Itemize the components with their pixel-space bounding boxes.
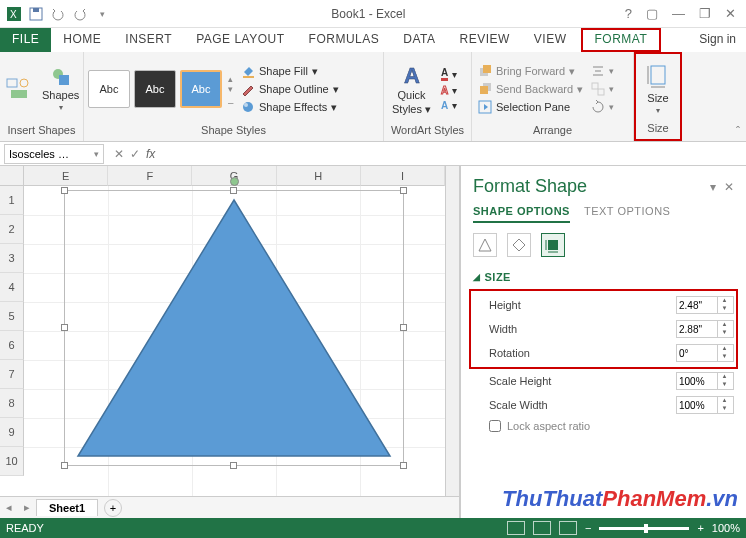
formula-input[interactable]	[167, 144, 746, 164]
row-header[interactable]: 2	[0, 215, 24, 244]
tab-file[interactable]: FILE	[0, 28, 51, 52]
rotate-button[interactable]: ▾	[589, 99, 616, 115]
col-header[interactable]: F	[108, 166, 192, 186]
tab-view[interactable]: VIEW	[522, 28, 579, 52]
resize-handle[interactable]	[230, 462, 237, 469]
shapes-gallery[interactable]	[4, 78, 34, 100]
name-box[interactable]: Isosceles …▾	[4, 144, 104, 164]
excel-app-icon[interactable]: X	[4, 4, 24, 24]
row-header[interactable]: 1	[0, 186, 24, 215]
ribbon-display-button[interactable]: ▢	[642, 4, 662, 23]
vertical-scrollbar[interactable]	[445, 186, 459, 496]
zoom-in-button[interactable]: +	[697, 522, 703, 534]
lock-aspect-checkbox[interactable]	[489, 420, 501, 432]
size-properties-icon[interactable]	[541, 233, 565, 257]
tab-format[interactable]: FORMAT	[581, 28, 662, 52]
sheet-nav-prev[interactable]: ◂	[0, 501, 18, 514]
col-header[interactable]: I	[361, 166, 445, 186]
select-all-corner[interactable]	[0, 166, 24, 186]
effects-icon[interactable]	[507, 233, 531, 257]
zoom-out-button[interactable]: −	[585, 522, 591, 534]
resize-handle[interactable]	[61, 462, 68, 469]
pane-tab-shape-options[interactable]: SHAPE OPTIONS	[473, 205, 570, 223]
rotation-input[interactable]: ▲▼	[676, 344, 734, 362]
width-input[interactable]: ▲▼	[676, 320, 734, 338]
size-button[interactable]: Size ▾	[643, 62, 673, 117]
close-button[interactable]: ✕	[721, 4, 740, 23]
align-button[interactable]: ▾	[589, 63, 616, 79]
zoom-level[interactable]: 100%	[712, 522, 740, 534]
formula-enter-icon[interactable]: ✓	[130, 147, 140, 161]
send-backward-button[interactable]: Send Backward ▾	[476, 81, 585, 97]
row-header[interactable]: 9	[0, 418, 24, 447]
group-label-wordart: WordArt Styles	[388, 124, 467, 139]
resize-handle[interactable]	[230, 187, 237, 194]
col-header[interactable]: H	[277, 166, 361, 186]
row-header[interactable]: 4	[0, 273, 24, 302]
bring-forward-button[interactable]: Bring Forward ▾	[476, 63, 585, 79]
undo-icon[interactable]	[48, 4, 68, 24]
help-button[interactable]: ?	[621, 4, 636, 23]
fill-line-icon[interactable]	[473, 233, 497, 257]
tab-data[interactable]: DATA	[391, 28, 447, 52]
selection-pane-button[interactable]: Selection Pane	[476, 99, 585, 115]
rotate-handle[interactable]	[230, 177, 239, 186]
row-header[interactable]: 6	[0, 331, 24, 360]
resize-handle[interactable]	[400, 462, 407, 469]
resize-handle[interactable]	[61, 324, 68, 331]
col-header[interactable]: E	[24, 166, 108, 186]
row-header[interactable]: 5	[0, 302, 24, 331]
page-layout-view-button[interactable]	[533, 521, 551, 535]
resize-handle[interactable]	[61, 187, 68, 194]
pane-dropdown-icon[interactable]: ▾	[710, 180, 716, 194]
save-icon[interactable]	[26, 4, 46, 24]
collapse-ribbon-icon[interactable]: ˆ	[736, 125, 740, 139]
tab-pagelayout[interactable]: PAGE LAYOUT	[184, 28, 296, 52]
tab-home[interactable]: HOME	[51, 28, 113, 52]
zoom-slider[interactable]	[599, 527, 689, 530]
quick-styles-button[interactable]: A Quick Styles ▾	[388, 61, 435, 118]
text-effects-button[interactable]: A ▾	[439, 99, 459, 112]
size-section-header[interactable]: ◢SIZE	[473, 271, 734, 283]
resize-handle[interactable]	[400, 324, 407, 331]
redo-icon[interactable]	[70, 4, 90, 24]
scale-width-input[interactable]: ▲▼	[676, 396, 734, 414]
isosceles-triangle-shape[interactable]	[74, 198, 394, 460]
shape-effects-button[interactable]: Shape Effects ▾	[239, 99, 341, 115]
text-fill-button[interactable]: A ▾	[439, 66, 459, 82]
sheet-nav-next[interactable]: ▸	[18, 501, 36, 514]
sign-in-link[interactable]: Sign in	[689, 28, 746, 52]
row-header[interactable]: 7	[0, 360, 24, 389]
page-break-view-button[interactable]	[559, 521, 577, 535]
restore-button[interactable]: ❐	[695, 4, 715, 23]
fx-icon[interactable]: fx	[146, 147, 161, 161]
tab-formulas[interactable]: FORMULAS	[297, 28, 392, 52]
style-preset-2[interactable]: Abc	[134, 70, 176, 108]
cell-grid[interactable]	[24, 186, 445, 496]
pane-tab-text-options[interactable]: TEXT OPTIONS	[584, 205, 670, 223]
pane-close-icon[interactable]: ✕	[724, 180, 734, 194]
normal-view-button[interactable]	[507, 521, 525, 535]
height-input[interactable]: ▲▼	[676, 296, 734, 314]
tab-insert[interactable]: INSERT	[113, 28, 184, 52]
new-sheet-button[interactable]: +	[104, 499, 122, 517]
row-header[interactable]: 10	[0, 447, 24, 476]
style-preset-1[interactable]: Abc	[88, 70, 130, 108]
row-header[interactable]: 3	[0, 244, 24, 273]
style-preset-3[interactable]: Abc	[180, 70, 222, 108]
group-button[interactable]: ▾	[589, 81, 616, 97]
tab-review[interactable]: REVIEW	[447, 28, 521, 52]
sheet-tab-sheet1[interactable]: Sheet1	[36, 499, 98, 516]
shape-outline-button[interactable]: Shape Outline ▾	[239, 81, 341, 97]
formula-cancel-icon[interactable]: ✕	[114, 147, 124, 161]
resize-handle[interactable]	[400, 187, 407, 194]
row-header[interactable]: 8	[0, 389, 24, 418]
qat-dropdown-icon[interactable]: ▾	[92, 4, 112, 24]
style-gallery-more[interactable]: ▴▾⎯	[226, 74, 235, 104]
minimize-button[interactable]: —	[668, 4, 689, 23]
shapes-button[interactable]: Shapes ▾	[38, 65, 83, 114]
text-outline-button[interactable]: A ▾	[439, 84, 459, 97]
shape-fill-button[interactable]: Shape Fill ▾	[239, 63, 341, 79]
svg-marker-28	[513, 239, 525, 251]
scale-height-input[interactable]: ▲▼	[676, 372, 734, 390]
